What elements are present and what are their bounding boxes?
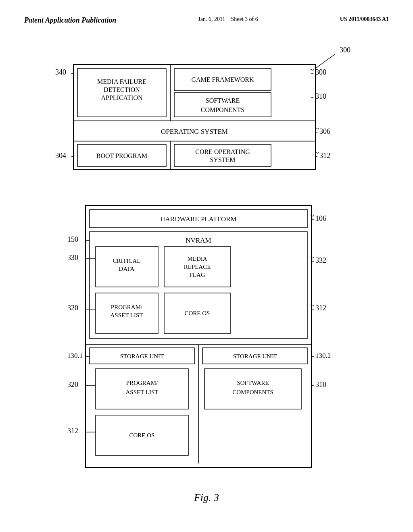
ref-106: 106 [315, 214, 326, 222]
label-media-replace-flag: MEDIA [187, 256, 207, 262]
ref-332: 332 [315, 256, 326, 264]
svg-text:~: ~ [310, 212, 314, 220]
diagram-bottom: HARDWARE PLATFORM 106 ~ NVRAM 150 CRITIC… [33, 202, 380, 476]
ref-320b: 320 [67, 380, 78, 389]
label-storage-unit-2: STORAGE UNIT [233, 353, 277, 360]
label-software-components: SOFTWARE [206, 97, 240, 104]
svg-text:—: — [309, 90, 317, 98]
svg-text:REPLACE: REPLACE [184, 264, 211, 270]
svg-text:~: ~ [315, 125, 319, 133]
ref-1302: 130.2 [315, 352, 331, 360]
label-operating-system: OPERATING SYSTEM [161, 128, 228, 135]
svg-text:COMPONENTS: COMPONENTS [201, 106, 244, 113]
svg-line-1 [315, 62, 323, 69]
figure-caption: Fig. 3 [24, 492, 389, 504]
header-title: Patent Application Publication [24, 16, 116, 25]
ref-300: 300 [340, 46, 350, 54]
ref-340: 340 [55, 68, 66, 76]
svg-text:APPLICATION: APPLICATION [101, 94, 143, 101]
diagram-top: 300 340 308 ~ 310 — MEDIA FAILURE [33, 40, 380, 177]
svg-text:~: ~ [310, 66, 314, 74]
ref-308: 308 [315, 68, 326, 76]
ref-330: 330 [67, 254, 78, 262]
label-nvram: NVRAM [186, 237, 211, 244]
ref-312b: 312 [67, 427, 78, 435]
ref-1301: 130.1 [67, 352, 83, 360]
label-program-asset-list-storage1: PROGRAM/ [126, 380, 158, 386]
diagrams-container: 300 340 308 ~ 310 — MEDIA FAILURE [24, 40, 389, 476]
label-core-operating-system: CORE OPERATING [195, 148, 250, 155]
svg-rect-30 [90, 232, 307, 339]
ref-150: 150 [67, 235, 78, 243]
svg-text:DETECTION: DETECTION [104, 86, 140, 93]
label-game-framework: GAME FRAMEWORK [191, 76, 254, 83]
svg-line-0 [323, 54, 335, 62]
svg-text:ASSET  LIST: ASSET LIST [111, 312, 143, 318]
svg-rect-14 [174, 93, 271, 117]
header-date-sheet: Jan. 6, 2011 Sheet 3 of 6 [198, 16, 258, 23]
label-program-asset-list-nvram: PROGRAM/ [111, 304, 143, 310]
label-hardware-platform: HARDWARE PLATFORM [160, 215, 236, 223]
label-core-os-nvram: CORE OS [185, 310, 210, 316]
label-boot-program: BOOT PROGRAM [96, 152, 147, 159]
svg-text:~: ~ [310, 302, 314, 310]
label-software-components-storage2: SOFTWARE [237, 380, 269, 386]
page-header: Patent Application Publication Jan. 6, 2… [24, 16, 389, 28]
svg-text:~: ~ [310, 254, 314, 262]
ref-312a: 312 [315, 304, 326, 312]
ref-304: 304 [55, 152, 66, 160]
svg-text:COMPONENTS: COMPONENTS [232, 389, 273, 395]
ref-312-top: 312 [319, 152, 330, 160]
label-media-failure: MEDIA FAILURE [97, 78, 146, 85]
svg-text:DATA: DATA [119, 266, 135, 272]
ref-306: 306 [319, 127, 330, 135]
label-storage-unit-1: STORAGE UNIT [120, 353, 164, 360]
header-patent-number: US 2011/0003643 A1 [340, 16, 389, 23]
ref-310: 310 [315, 92, 326, 100]
svg-text:FLAG: FLAG [189, 272, 205, 278]
svg-text:—: — [310, 378, 318, 387]
svg-text:ASSET  LIST: ASSET LIST [126, 389, 159, 395]
label-core-os-storage1: CORE OS [129, 432, 155, 438]
svg-text:~: ~ [315, 149, 319, 157]
ref-320a: 320 [67, 304, 78, 312]
label-critical-data: CRITICAL [113, 258, 140, 264]
svg-text:SYSTEM: SYSTEM [210, 156, 235, 163]
page: Patent Application Publication Jan. 6, 2… [0, 0, 413, 532]
